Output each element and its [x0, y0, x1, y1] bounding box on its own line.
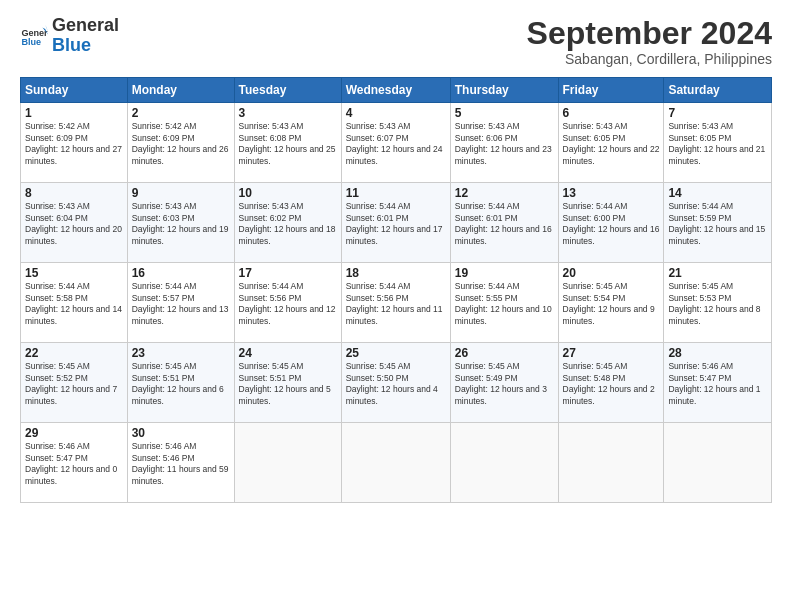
day-number: 18	[346, 266, 446, 280]
daylight-label: Daylight: 12 hours and 10 minutes.	[455, 304, 552, 325]
daylight-label: Daylight: 12 hours and 21 minutes.	[668, 144, 765, 165]
table-row: 12 Sunrise: 5:44 AM Sunset: 6:01 PM Dayl…	[450, 183, 558, 263]
sunrise-label: Sunrise: 5:45 AM	[25, 361, 90, 371]
sunrise-label: Sunrise: 5:42 AM	[25, 121, 90, 131]
table-row: 19 Sunrise: 5:44 AM Sunset: 5:55 PM Dayl…	[450, 263, 558, 343]
table-row: 10 Sunrise: 5:43 AM Sunset: 6:02 PM Dayl…	[234, 183, 341, 263]
daylight-label: Daylight: 12 hours and 22 minutes.	[563, 144, 660, 165]
table-row: 15 Sunrise: 5:44 AM Sunset: 5:58 PM Dayl…	[21, 263, 128, 343]
sunrise-label: Sunrise: 5:43 AM	[239, 121, 304, 131]
week-row-3: 15 Sunrise: 5:44 AM Sunset: 5:58 PM Dayl…	[21, 263, 772, 343]
table-row: 28 Sunrise: 5:46 AM Sunset: 5:47 PM Dayl…	[664, 343, 772, 423]
day-info: Sunrise: 5:43 AM Sunset: 6:02 PM Dayligh…	[239, 201, 337, 247]
table-row: 1 Sunrise: 5:42 AM Sunset: 6:09 PM Dayli…	[21, 103, 128, 183]
table-row: 13 Sunrise: 5:44 AM Sunset: 6:00 PM Dayl…	[558, 183, 664, 263]
day-info: Sunrise: 5:44 AM Sunset: 5:56 PM Dayligh…	[346, 281, 446, 327]
day-info: Sunrise: 5:44 AM Sunset: 5:58 PM Dayligh…	[25, 281, 123, 327]
page: General Blue General Blue September 2024…	[0, 0, 792, 612]
sunrise-label: Sunrise: 5:45 AM	[346, 361, 411, 371]
calendar-body: 1 Sunrise: 5:42 AM Sunset: 6:09 PM Dayli…	[21, 103, 772, 503]
day-number: 9	[132, 186, 230, 200]
table-row: 8 Sunrise: 5:43 AM Sunset: 6:04 PM Dayli…	[21, 183, 128, 263]
sunrise-label: Sunrise: 5:44 AM	[346, 201, 411, 211]
sunrise-label: Sunrise: 5:43 AM	[455, 121, 520, 131]
svg-text:Blue: Blue	[21, 37, 41, 47]
day-number: 20	[563, 266, 660, 280]
sunset-label: Sunset: 5:55 PM	[455, 293, 518, 303]
day-number: 23	[132, 346, 230, 360]
table-row: 11 Sunrise: 5:44 AM Sunset: 6:01 PM Dayl…	[341, 183, 450, 263]
sunrise-label: Sunrise: 5:46 AM	[668, 361, 733, 371]
day-info: Sunrise: 5:46 AM Sunset: 5:46 PM Dayligh…	[132, 441, 230, 487]
table-row: 27 Sunrise: 5:45 AM Sunset: 5:48 PM Dayl…	[558, 343, 664, 423]
day-info: Sunrise: 5:42 AM Sunset: 6:09 PM Dayligh…	[132, 121, 230, 167]
day-info: Sunrise: 5:43 AM Sunset: 6:07 PM Dayligh…	[346, 121, 446, 167]
table-row: 14 Sunrise: 5:44 AM Sunset: 5:59 PM Dayl…	[664, 183, 772, 263]
sunrise-label: Sunrise: 5:43 AM	[346, 121, 411, 131]
sunrise-label: Sunrise: 5:44 AM	[132, 281, 197, 291]
table-row: 21 Sunrise: 5:45 AM Sunset: 5:53 PM Dayl…	[664, 263, 772, 343]
day-number: 28	[668, 346, 767, 360]
daylight-label: Daylight: 12 hours and 1 minute.	[668, 384, 760, 405]
sunset-label: Sunset: 5:57 PM	[132, 293, 195, 303]
table-row: 4 Sunrise: 5:43 AM Sunset: 6:07 PM Dayli…	[341, 103, 450, 183]
table-row: 9 Sunrise: 5:43 AM Sunset: 6:03 PM Dayli…	[127, 183, 234, 263]
day-info: Sunrise: 5:46 AM Sunset: 5:47 PM Dayligh…	[668, 361, 767, 407]
daylight-label: Daylight: 12 hours and 4 minutes.	[346, 384, 438, 405]
day-number: 10	[239, 186, 337, 200]
day-info: Sunrise: 5:44 AM Sunset: 6:01 PM Dayligh…	[455, 201, 554, 247]
sunset-label: Sunset: 5:52 PM	[25, 373, 88, 383]
sunset-label: Sunset: 5:54 PM	[563, 293, 626, 303]
logo: General Blue General Blue	[20, 16, 119, 56]
day-info: Sunrise: 5:44 AM Sunset: 5:55 PM Dayligh…	[455, 281, 554, 327]
daylight-label: Daylight: 12 hours and 16 minutes.	[455, 224, 552, 245]
calendar: Sunday Monday Tuesday Wednesday Thursday…	[20, 77, 772, 503]
table-row	[341, 423, 450, 503]
day-info: Sunrise: 5:45 AM Sunset: 5:54 PM Dayligh…	[563, 281, 660, 327]
day-info: Sunrise: 5:43 AM Sunset: 6:03 PM Dayligh…	[132, 201, 230, 247]
sunrise-label: Sunrise: 5:44 AM	[25, 281, 90, 291]
day-number: 24	[239, 346, 337, 360]
day-number: 17	[239, 266, 337, 280]
table-row: 24 Sunrise: 5:45 AM Sunset: 5:51 PM Dayl…	[234, 343, 341, 423]
day-info: Sunrise: 5:42 AM Sunset: 6:09 PM Dayligh…	[25, 121, 123, 167]
daylight-label: Daylight: 12 hours and 19 minutes.	[132, 224, 229, 245]
sunrise-label: Sunrise: 5:44 AM	[455, 281, 520, 291]
sunrise-label: Sunrise: 5:44 AM	[668, 201, 733, 211]
sunset-label: Sunset: 6:08 PM	[239, 133, 302, 143]
header-row: Sunday Monday Tuesday Wednesday Thursday…	[21, 78, 772, 103]
daylight-label: Daylight: 12 hours and 18 minutes.	[239, 224, 336, 245]
day-info: Sunrise: 5:44 AM Sunset: 5:57 PM Dayligh…	[132, 281, 230, 327]
sunset-label: Sunset: 6:05 PM	[563, 133, 626, 143]
week-row-5: 29 Sunrise: 5:46 AM Sunset: 5:47 PM Dayl…	[21, 423, 772, 503]
day-number: 29	[25, 426, 123, 440]
week-row-2: 8 Sunrise: 5:43 AM Sunset: 6:04 PM Dayli…	[21, 183, 772, 263]
sunrise-label: Sunrise: 5:46 AM	[132, 441, 197, 451]
sunset-label: Sunset: 5:56 PM	[239, 293, 302, 303]
sunrise-label: Sunrise: 5:42 AM	[132, 121, 197, 131]
week-row-4: 22 Sunrise: 5:45 AM Sunset: 5:52 PM Dayl…	[21, 343, 772, 423]
day-number: 13	[563, 186, 660, 200]
week-row-1: 1 Sunrise: 5:42 AM Sunset: 6:09 PM Dayli…	[21, 103, 772, 183]
sunset-label: Sunset: 5:51 PM	[239, 373, 302, 383]
table-row: 25 Sunrise: 5:45 AM Sunset: 5:50 PM Dayl…	[341, 343, 450, 423]
sunset-label: Sunset: 6:09 PM	[25, 133, 88, 143]
sunrise-label: Sunrise: 5:44 AM	[563, 201, 628, 211]
day-info: Sunrise: 5:46 AM Sunset: 5:47 PM Dayligh…	[25, 441, 123, 487]
day-number: 4	[346, 106, 446, 120]
col-wednesday: Wednesday	[341, 78, 450, 103]
table-row	[450, 423, 558, 503]
table-row: 2 Sunrise: 5:42 AM Sunset: 6:09 PM Dayli…	[127, 103, 234, 183]
sunset-label: Sunset: 6:06 PM	[455, 133, 518, 143]
sunrise-label: Sunrise: 5:45 AM	[563, 361, 628, 371]
sunrise-label: Sunrise: 5:44 AM	[455, 201, 520, 211]
day-number: 16	[132, 266, 230, 280]
day-number: 2	[132, 106, 230, 120]
table-row: 7 Sunrise: 5:43 AM Sunset: 6:05 PM Dayli…	[664, 103, 772, 183]
table-row: 3 Sunrise: 5:43 AM Sunset: 6:08 PM Dayli…	[234, 103, 341, 183]
table-row: 22 Sunrise: 5:45 AM Sunset: 5:52 PM Dayl…	[21, 343, 128, 423]
day-info: Sunrise: 5:45 AM Sunset: 5:49 PM Dayligh…	[455, 361, 554, 407]
table-row: 5 Sunrise: 5:43 AM Sunset: 6:06 PM Dayli…	[450, 103, 558, 183]
sunset-label: Sunset: 5:48 PM	[563, 373, 626, 383]
sunrise-label: Sunrise: 5:43 AM	[563, 121, 628, 131]
